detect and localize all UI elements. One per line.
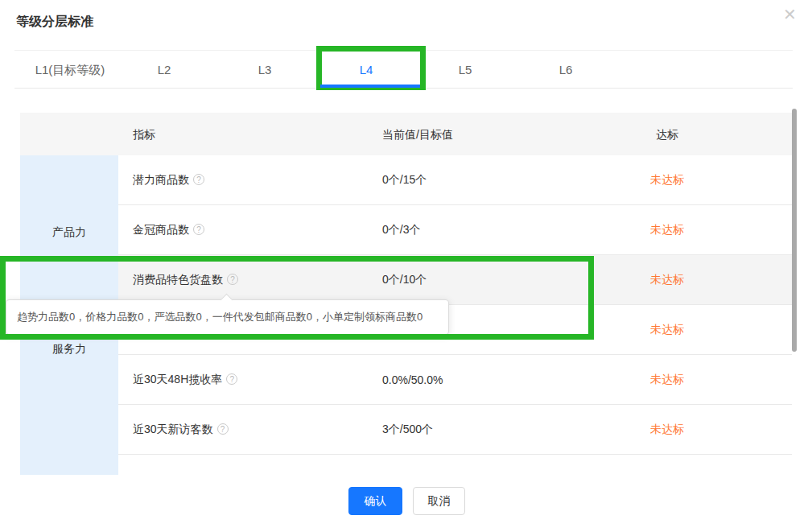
tabbar-bottom-border (14, 88, 793, 89)
tab-l6[interactable]: L6 (559, 63, 573, 76)
help-icon[interactable]: ? (226, 373, 237, 385)
tab-l1[interactable]: L1(目标等级) (35, 63, 105, 78)
confirm-button[interactable]: 确认 (348, 487, 402, 515)
current-target-value: 3个/500个 (382, 423, 433, 437)
indicator-name: 消费品特色货盘数? (133, 273, 238, 287)
tooltip: 趋势力品数0，价格力品数0，严选品数0，一件代发包邮商品数0，小单定制领标商品数… (6, 299, 449, 335)
help-icon[interactable]: ? (193, 224, 204, 235)
dialog-title: 等级分层标准 (16, 14, 93, 31)
current-target-value: 0个/3个 (382, 223, 420, 237)
status-badge: 未达标 (650, 273, 684, 287)
table-row: 金冠商品数?0个/3个未达标 (118, 205, 792, 255)
status-badge: 未达标 (650, 223, 684, 237)
table-row: 近30天新访客数?3个/500个未达标 (118, 405, 792, 455)
indicator-name: 金冠商品数? (133, 223, 204, 237)
level-standard-dialog: 等级分层标准 ✕ L1(目标等级)L2L3L4L5L6 指标 当前值/目标值 达… (0, 0, 812, 532)
table-row: 潜力商品数?0个/15个未达标 (118, 155, 792, 205)
cancel-button[interactable]: 取消 (413, 487, 465, 515)
current-target-value: 0.0%/50.0% (382, 373, 443, 386)
indicator-name: 潜力商品数? (133, 173, 204, 188)
active-tab-underline (320, 85, 420, 88)
help-icon[interactable]: ? (193, 174, 204, 185)
indicator-name: 近30天48H揽收率? (133, 373, 237, 387)
tab-l4[interactable]: L4 (360, 63, 373, 76)
indicator-name: 近30天新访客数? (133, 423, 229, 437)
tab-l5[interactable]: L5 (459, 63, 472, 76)
current-target-value: 0个/15个 (382, 173, 427, 188)
col-header-reached: 达标 (656, 128, 678, 142)
table-row: 近30天48H揽收率?0.0%/50.0%未达标 (118, 355, 792, 405)
close-icon[interactable]: ✕ (783, 6, 797, 23)
status-badge: 未达标 (650, 423, 684, 437)
status-badge: 未达标 (650, 173, 684, 188)
tabbar-top-border (14, 50, 793, 51)
tab-l2[interactable]: L2 (158, 63, 171, 76)
col-header-current-target: 当前值/目标值 (382, 128, 453, 142)
group-label-product-power: 产品力 (20, 225, 118, 240)
vertical-scrollbar-thumb[interactable] (792, 109, 797, 352)
current-target-value: 0个/10个 (382, 273, 427, 287)
tab-l3[interactable]: L3 (258, 63, 272, 76)
status-badge: 未达标 (650, 373, 684, 387)
table-row: 消费品特色货盘数?0个/10个未达标 (118, 255, 792, 305)
col-header-indicator: 指标 (133, 128, 155, 142)
tooltip-text: 趋势力品数0，价格力品数0，严选品数0，一件代发包邮商品数0，小单定制领标商品数… (17, 310, 422, 324)
help-icon[interactable]: ? (227, 274, 238, 285)
status-badge: 未达标 (650, 323, 684, 337)
group-label-service-power: 服务力 (20, 342, 118, 357)
help-icon[interactable]: ? (217, 423, 229, 435)
